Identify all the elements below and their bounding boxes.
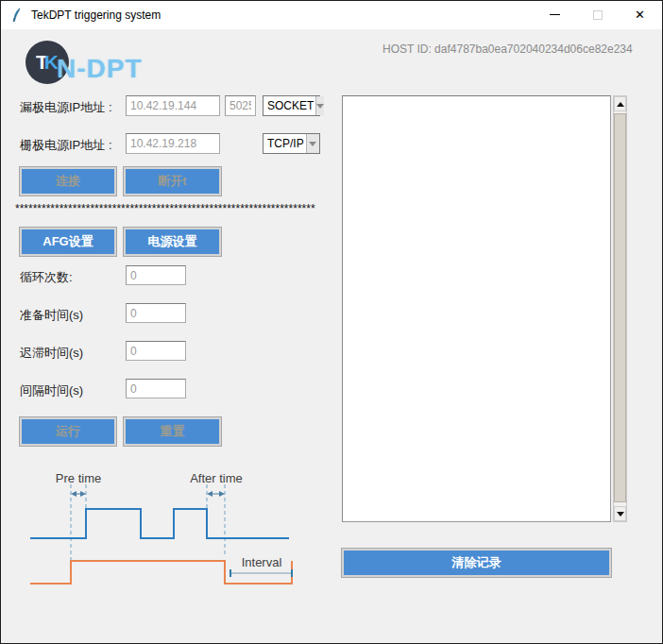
gate-ip-input[interactable] (126, 133, 220, 154)
prepare-time-input[interactable] (126, 303, 186, 323)
chevron-down-icon (316, 104, 324, 109)
pre-time-bracket (71, 491, 86, 497)
host-id-label: HOST ID: daf4787ba0ea702040234d06ce82e23… (382, 42, 633, 56)
gate-protocol-value: TCP/IP (264, 134, 306, 153)
scroll-down-button[interactable] (614, 506, 626, 521)
close-icon: ✕ (635, 8, 645, 21)
after-time-bracket (207, 491, 225, 497)
maximize-icon (593, 10, 603, 20)
arrow-up-icon (617, 102, 624, 107)
app-window: TekDPT triggering system ✕ T K N-DPT HOS… (0, 0, 663, 644)
disconnect-button[interactable]: 断开t (124, 167, 221, 195)
timing-diagram: Pre time After time Interval (15, 466, 313, 598)
tk-feather-icon (9, 8, 25, 23)
scroll-up-button[interactable] (614, 96, 626, 111)
chevron-down-icon (309, 142, 316, 146)
pre-time-label: Pre time (56, 471, 101, 485)
connect-button[interactable]: 连接 (20, 167, 116, 195)
after-time-label: After time (190, 471, 243, 485)
scrollbar-thumb[interactable] (614, 113, 626, 502)
drain-ip-input[interactable] (126, 95, 220, 116)
gate-protocol-dropdown-button[interactable] (306, 134, 319, 153)
asterisk-separator: ****************************************… (15, 202, 315, 216)
prepare-time-label: 准备时间(s) (20, 307, 83, 324)
maximize-button[interactable] (576, 1, 619, 28)
window-title: TekDPT triggering system (31, 8, 161, 22)
drain-protocol-combobox[interactable]: SOCKET (263, 95, 320, 116)
afg-settings-button[interactable]: AFG设置 (20, 228, 116, 256)
clear-log-button[interactable]: 清除记录 (342, 549, 611, 577)
log-scrollbar[interactable] (613, 95, 627, 522)
reset-button[interactable]: 重置 (124, 417, 221, 446)
cycle-count-input[interactable] (126, 265, 186, 285)
arrow-down-icon (617, 512, 624, 517)
dashed-guides (71, 484, 225, 561)
interval-time-label: 间隔时间(s) (20, 382, 83, 399)
gate-protocol-combobox[interactable]: TCP/IP (263, 133, 320, 154)
drain-protocol-value: SOCKET (264, 96, 315, 115)
power-settings-button[interactable]: 电源设置 (124, 228, 221, 256)
logo-text: N-DPT (57, 54, 143, 84)
drain-protocol-dropdown-button[interactable] (315, 96, 324, 115)
drain-ip-label: 漏极电源IP地址 : (20, 99, 112, 116)
run-button[interactable]: 运行 (20, 417, 116, 446)
cycle-count-label: 循环次数: (20, 269, 73, 286)
close-button[interactable]: ✕ (619, 1, 661, 28)
minimize-icon (550, 14, 560, 15)
delay-time-label: 迟滞时间(s) (20, 345, 83, 362)
gate-ip-label: 栅极电源IP地址 : (20, 137, 112, 154)
title-bar: TekDPT triggering system ✕ (1, 1, 662, 29)
interval-label: Interval (242, 555, 282, 569)
interval-measure-line (230, 569, 292, 577)
minimize-button[interactable] (534, 1, 576, 28)
log-textarea[interactable] (342, 95, 611, 522)
drain-port-input[interactable] (225, 95, 256, 116)
interval-time-input[interactable] (126, 379, 186, 398)
blue-waveform (30, 509, 289, 538)
delay-time-input[interactable] (126, 341, 186, 361)
